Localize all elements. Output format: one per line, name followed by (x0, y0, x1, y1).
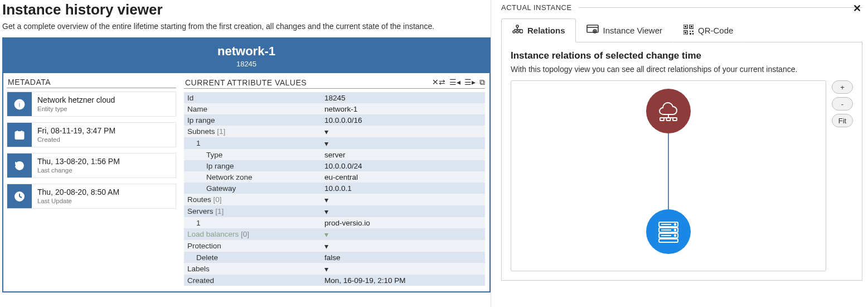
attr-value: false (321, 252, 485, 263)
metadata-value: Thu, 13-08-20, 1:56 PM (37, 157, 120, 166)
topology-edge (668, 133, 669, 209)
chevron-down-icon[interactable]: ▾ (324, 230, 328, 239)
attr-row[interactable]: Routes [0]▾ (184, 194, 485, 205)
attr-value: ▾ (321, 205, 485, 217)
chevron-down-icon[interactable]: ▾ (324, 242, 328, 251)
instance-viewer-icon (586, 25, 599, 36)
metadata-label: Entity type (37, 105, 115, 112)
svg-rect-30 (692, 31, 694, 32)
svg-rect-32 (692, 33, 694, 35)
attr-key: Gateway (184, 183, 321, 194)
attr-value: ▾ (321, 240, 485, 252)
svg-rect-29 (690, 31, 691, 32)
attr-key: 1 (184, 217, 321, 228)
svg-rect-31 (690, 33, 691, 35)
history-icon (7, 154, 32, 178)
attr-value: ▾ (321, 194, 485, 205)
attr-row[interactable]: Load balancers [0]▾ (184, 228, 485, 240)
svg-rect-26 (691, 26, 692, 27)
metadata-item: iNetwork hetzner cloudEntity type (7, 92, 176, 117)
indent-left-icon[interactable]: ☰◂ (449, 78, 461, 87)
chevron-down-icon[interactable]: ▾ (324, 195, 328, 204)
svg-point-12 (516, 25, 518, 27)
topology-node-cloud[interactable] (646, 89, 691, 133)
attr-row[interactable]: Servers [1]▾ (184, 205, 485, 217)
history-card: network-1 18245 METADATA iNetwork hetzne… (2, 37, 491, 292)
chevron-down-icon[interactable]: ▾ (324, 139, 328, 148)
tab-label: Instance Viewer (603, 26, 662, 35)
topology-node-server[interactable] (646, 209, 691, 254)
zoom-out-button[interactable]: - (832, 97, 853, 111)
attr-key: Name (184, 103, 321, 114)
svg-line-18 (520, 32, 521, 33)
tab-qr[interactable]: QR-Code (673, 18, 744, 42)
tab-label: QR-Code (698, 26, 733, 35)
attr-row[interactable]: Subnets [1]▾ (184, 126, 485, 137)
attr-value: eu-central (321, 171, 485, 183)
attr-value: prod-versio.io (321, 217, 485, 228)
metadata-item: Thu, 20-08-20, 8:50 AMLast Update (7, 184, 176, 209)
svg-rect-41 (659, 239, 678, 242)
calendar-icon (7, 123, 32, 147)
topology-canvas[interactable] (511, 80, 826, 271)
attr-key: Id (184, 92, 321, 103)
svg-point-15 (513, 31, 515, 33)
relations-icon (512, 25, 523, 36)
chevron-down-icon[interactable]: ▾ (324, 127, 328, 136)
svg-point-16 (516, 31, 518, 33)
attr-key: 1 (184, 137, 321, 149)
attr-key: Type (184, 149, 321, 160)
attr-row[interactable]: 1▾ (184, 137, 485, 149)
attr-key: Delete (184, 252, 321, 263)
chevron-down-icon[interactable]: ▾ (324, 207, 328, 216)
indent-right-icon[interactable]: ☰▸ (464, 78, 476, 87)
metadata-label: Last Update (37, 198, 119, 204)
attr-value: 10.0.0.0/16 (321, 114, 485, 126)
attr-value: network-1 (321, 103, 485, 114)
open-external-icon[interactable]: ⧉ (479, 78, 486, 87)
metadata-value: Thu, 20-08-20, 8:50 AM (37, 188, 119, 196)
attr-row: CreatedMon, 16-09-19, 2:10 PM (184, 275, 485, 286)
attr-key: Protection (184, 240, 321, 252)
attr-row: Ip range10.0.0.0/24 (184, 160, 485, 171)
svg-rect-36 (667, 118, 671, 121)
metadata-value: Network hetzner cloud (37, 95, 115, 104)
zoom-fit-button[interactable]: Fit (832, 114, 853, 127)
svg-rect-35 (660, 118, 664, 121)
attr-key: Load balancers [0] (184, 228, 321, 240)
info-icon: i (7, 92, 32, 116)
close-icon[interactable]: ✕ (853, 2, 861, 15)
metadata-label: Last change (37, 167, 120, 174)
page-subtitle: Get a complete overview of the entire li… (2, 22, 491, 31)
attr-key: Labels (184, 263, 321, 275)
attr-key: Created (184, 275, 321, 286)
attr-row: Deletefalse (184, 252, 485, 263)
attr-key: Ip range (184, 160, 321, 171)
attr-key: Subnets [1] (184, 126, 321, 137)
attributes-section-title: CURRENT ATTRIBUTE VALUES ✕⇄ ☰◂ ☰▸ ⧉ (184, 78, 485, 89)
card-header: network-1 18245 (3, 39, 489, 73)
attributes-table: Id18245Namenetwork-1Ip range10.0.0.0/16S… (184, 92, 485, 286)
attr-row: 1prod-versio.io (184, 217, 485, 228)
svg-rect-24 (685, 26, 686, 27)
tabs: RelationsInstance ViewerQR-Code (501, 18, 862, 42)
instance-name: network-1 (3, 44, 489, 59)
svg-point-45 (675, 229, 676, 231)
chevron-down-icon[interactable]: ▾ (324, 265, 328, 274)
attr-value: ▾ (321, 228, 485, 240)
attr-row[interactable]: Protection▾ (184, 240, 485, 252)
panel-title: ACTUAL INSTANCE (501, 3, 862, 12)
svg-rect-28 (685, 32, 686, 33)
tab-relations[interactable]: Relations (501, 18, 576, 42)
shuffle-icon[interactable]: ✕⇄ (432, 78, 446, 87)
attr-value: ▾ (321, 137, 485, 149)
svg-point-22 (594, 31, 595, 32)
attr-value: ▾ (321, 263, 485, 275)
attr-row[interactable]: Labels▾ (184, 263, 485, 275)
attr-value: ▾ (321, 126, 485, 137)
tab-viewer[interactable]: Instance Viewer (576, 18, 673, 42)
attr-key: Network zone (184, 171, 321, 183)
zoom-in-button[interactable]: + (832, 80, 853, 94)
tab-label: Relations (527, 26, 565, 35)
svg-text:i: i (18, 100, 21, 109)
